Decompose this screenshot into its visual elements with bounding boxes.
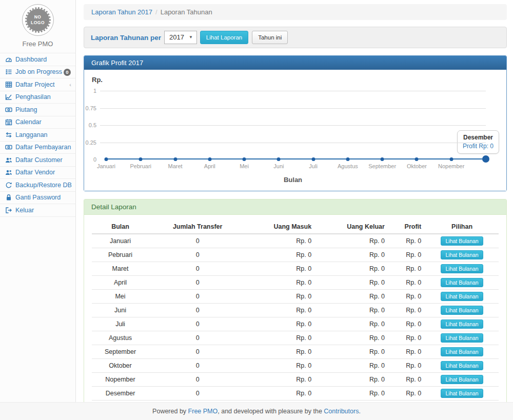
data-point-juli[interactable] (311, 157, 315, 161)
lihat-bulanan-button[interactable]: Lihat Bulanan (441, 236, 483, 246)
cell-bulan: Juli (92, 317, 149, 331)
data-point-september[interactable] (381, 157, 384, 161)
sidebar-item-label: Keluar (15, 207, 34, 214)
sidebar-item-daftar-vendor[interactable]: Daftar Vendor (0, 167, 75, 179)
table-row: Mei0Rp. 0Rp. 0Rp. 0Lihat Bulanan (92, 290, 499, 304)
cell-bulan: Agustus (92, 331, 149, 345)
cell-uang-keluar: Rp. 0 (315, 304, 389, 317)
lihat-bulanan-button[interactable]: Lihat Bulanan (441, 278, 483, 287)
lihat-bulanan-button[interactable]: Lihat Bulanan (441, 319, 483, 329)
data-point-januari[interactable] (105, 157, 108, 161)
lock-icon (5, 194, 12, 201)
logo-text: NO LOGO (31, 14, 45, 26)
contributors-link[interactable]: Contributors (324, 408, 359, 415)
cell-bulan: Maret (92, 262, 149, 276)
cell-jumlah-transfer: 0 (149, 387, 246, 401)
cell-bulan: April (92, 276, 149, 290)
lihat-bulanan-button[interactable]: Lihat Bulanan (441, 347, 483, 356)
report-controls: Laporan Tahunan per 2017 ▼ Lihat Laporan… (84, 27, 507, 48)
data-point-april[interactable] (208, 157, 211, 161)
table-row: September0Rp. 0Rp. 0Rp. 0Lihat Bulanan (92, 345, 499, 359)
data-point-nopember[interactable] (449, 157, 453, 161)
sidebar-item-penghasilan[interactable]: Penghasilan (0, 91, 75, 104)
lihat-bulanan-button[interactable]: Lihat Bulanan (441, 361, 483, 370)
table-row: Nopember0Rp. 0Rp. 0Rp. 0Lihat Bulanan (92, 373, 499, 387)
sidebar-item-langganan[interactable]: Langganan (0, 129, 75, 142)
lihat-bulanan-button[interactable]: Lihat Bulanan (441, 375, 483, 384)
sidebar-item-daftar-pembayaran[interactable]: Daftar Pembayaran (0, 142, 75, 154)
sidebar-item-label: Daftar Pembayaran (15, 144, 71, 151)
cell-uang-masuk: Rp. 0 (246, 359, 315, 373)
lihat-bulanan-button[interactable]: Lihat Bulanan (441, 333, 483, 343)
lihat-laporan-button[interactable]: Lihat Laporan (200, 31, 248, 44)
data-point-juni[interactable] (277, 157, 281, 161)
logo: NO LOGO Free PMO (0, 0, 75, 53)
tooltip-value: Profit Rp: 0 (463, 143, 494, 150)
data-point-desember[interactable] (482, 155, 489, 163)
free-pmo-link[interactable]: Free PMO (188, 408, 218, 415)
dashboard-icon (5, 56, 12, 63)
lihat-bulanan-button[interactable]: Lihat Bulanan (441, 389, 483, 398)
breadcrumb-current: Laporan Tahunan (161, 8, 212, 16)
column-header-profit: Profit (389, 220, 425, 234)
sidebar: NO LOGO Free PMO DashboardJob on Progres… (0, 0, 76, 420)
data-point-pebruari[interactable] (139, 157, 143, 161)
cell-profit: Rp. 0 (389, 290, 425, 304)
data-point-oktober[interactable] (415, 157, 419, 161)
money-icon (5, 144, 12, 151)
cell-uang-masuk: Rp. 0 (246, 248, 315, 262)
profit-chart-panel: Grafik Profit 2017 Rp. Desember Profit R… (84, 55, 507, 191)
cell-jumlah-transfer: 0 (149, 317, 246, 331)
cell-bulan: Januari (92, 234, 149, 248)
data-point-maret[interactable] (173, 157, 177, 161)
lihat-bulanan-button[interactable]: Lihat Bulanan (441, 306, 483, 315)
sidebar-item-label: Daftar Vendor (15, 169, 55, 176)
no-logo-image: NO LOGO (22, 4, 54, 36)
x-tick-label: Mei (240, 163, 249, 169)
lihat-bulanan-button[interactable]: Lihat Bulanan (441, 250, 483, 259)
sidebar-item-job-on-progress[interactable]: Job on Progress0 (0, 66, 75, 79)
table-row: Pebruari0Rp. 0Rp. 0Rp. 0Lihat Bulanan (92, 248, 499, 262)
cell-pilihan: Lihat Bulanan (425, 317, 499, 331)
cell-uang-masuk: Rp. 0 (246, 234, 315, 248)
lihat-bulanan-button[interactable]: Lihat Bulanan (441, 292, 483, 301)
cell-jumlah-transfer: 0 (149, 262, 246, 276)
cell-uang-masuk: Rp. 0 (246, 304, 315, 317)
sidebar-item-dashboard[interactable]: Dashboard (0, 53, 75, 66)
sidebar-item-label: Job on Progress (15, 68, 62, 75)
breadcrumb-link-laporan-tahun[interactable]: Laporan Tahun 2017 (91, 8, 152, 16)
sidebar-item-keluar[interactable]: Keluar (0, 204, 75, 217)
brand-name: Free PMO (0, 40, 75, 48)
sidebar-item-daftar-project[interactable]: Daftar Project‹ (0, 78, 75, 91)
cell-uang-keluar: Rp. 0 (315, 331, 389, 345)
data-point-mei[interactable] (243, 157, 246, 161)
lihat-bulanan-button[interactable]: Lihat Bulanan (441, 264, 483, 273)
y-axis-title: Rp. (92, 76, 499, 84)
cell-profit: Rp. 0 (389, 345, 425, 359)
chevron-left-icon: ‹ (69, 82, 71, 88)
cell-pilihan: Lihat Bulanan (425, 248, 499, 262)
sidebar-item-ganti-password[interactable]: Ganti Password (0, 192, 75, 205)
users-icon (5, 169, 12, 176)
year-select[interactable]: 2017 ▼ (164, 31, 197, 44)
controls-label: Laporan Tahunan per (91, 34, 161, 42)
cell-bulan: Pebruari (92, 248, 149, 262)
data-point-agustus[interactable] (346, 157, 349, 161)
y-tick-label: 0.5 (76, 122, 96, 128)
main-content: Laporan Tahun 2017/Laporan Tahunan Lapor… (76, 0, 513, 420)
tahun-ini-button[interactable]: Tahun ini (252, 31, 288, 44)
y-tick-label: 1 (76, 88, 96, 94)
column-header-uang-keluar: Uang Keluar (315, 220, 389, 234)
sidebar-item-daftar-customer[interactable]: Daftar Customer (0, 154, 75, 167)
x-tick-label: Maret (168, 163, 182, 169)
x-tick-label: Juli (309, 163, 318, 169)
y-tick-label: 0.75 (76, 105, 96, 111)
x-tick-label: Agustus (338, 163, 358, 169)
sidebar-item-calendar[interactable]: Calendar (0, 116, 75, 129)
sidebar-item-backup-restore-db[interactable]: Backup/Restore DB (0, 179, 75, 192)
cell-uang-keluar: Rp. 0 (315, 373, 389, 387)
chart-line-series (106, 158, 486, 159)
sidebar-item-piutang[interactable]: Piutang (0, 104, 75, 116)
sidebar-item-label: Langganan (15, 131, 48, 138)
cell-bulan: Mei (92, 290, 149, 304)
